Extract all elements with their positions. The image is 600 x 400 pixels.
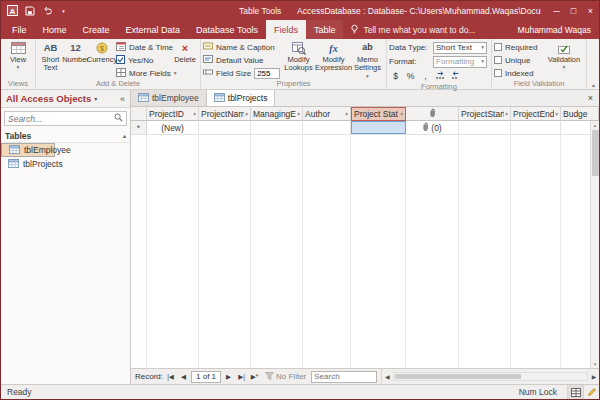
delete-button[interactable]: × Delete	[172, 40, 198, 64]
design-view-button[interactable]	[583, 385, 599, 399]
column-header-projectstatus-selected[interactable]: Project Stat▾	[351, 107, 406, 121]
column-header-projectname[interactable]: ProjectNam▾	[199, 107, 251, 121]
shutter-bar-icon[interactable]: «	[120, 94, 125, 104]
horizontal-scrollbar[interactable]: ◀ ▶	[381, 369, 599, 384]
view-button[interactable]: View ▾	[3, 40, 33, 70]
first-record-button[interactable]: |◀	[165, 373, 176, 381]
tab-external-data[interactable]: External Data	[118, 20, 189, 39]
unique-checkbox[interactable]: Unique	[494, 54, 544, 66]
cell-projectstatus-selected[interactable]	[351, 121, 406, 134]
cell-author[interactable]	[303, 121, 351, 134]
cell-projectname[interactable]	[199, 121, 251, 134]
currency-button[interactable]: $ Currency	[88, 40, 116, 64]
tables-section-header[interactable]: Tables ▴	[1, 129, 130, 143]
record-selector[interactable]: *	[131, 121, 147, 134]
qat-customize-icon[interactable]: ▾	[57, 4, 70, 17]
previous-record-button[interactable]: ◀	[178, 373, 189, 381]
access-app-icon[interactable]: A	[6, 4, 19, 17]
cell-projectend[interactable]	[511, 121, 561, 134]
horizontal-scroll-track[interactable]	[393, 372, 588, 381]
cell-projectid-new[interactable]: (New)	[147, 121, 199, 134]
pane-dropdown-icon[interactable]: ▾	[94, 95, 97, 102]
date-time-button[interactable]: Date & Time	[116, 41, 172, 53]
cell-managingeditor[interactable]	[251, 121, 303, 134]
data-type-select[interactable]: Short Text ▾	[433, 42, 487, 54]
filter-indicator[interactable]: No Filter	[262, 372, 309, 382]
dropdown-icon[interactable]: ▾	[297, 111, 300, 117]
tell-me-box[interactable]: Tell me what you want to do...	[343, 20, 482, 39]
column-header-projectstart[interactable]: ProjectStart▾	[459, 107, 511, 121]
undo-icon[interactable]	[40, 4, 53, 17]
next-record-button[interactable]: ▶	[223, 373, 234, 381]
apply-percent-format-button[interactable]: %	[404, 70, 417, 82]
new-record-button[interactable]: ▶*	[249, 373, 260, 381]
short-text-button[interactable]: AB Short Text	[38, 40, 63, 73]
column-header-projectid[interactable]: ProjectID▾	[147, 107, 199, 121]
dropdown-icon[interactable]: ▾	[245, 111, 248, 117]
indexed-checkbox[interactable]: Indexed	[494, 67, 544, 79]
modify-expression-button[interactable]: fx Modify Expression	[316, 40, 351, 73]
navigation-search-input[interactable]	[8, 114, 114, 124]
scroll-up-icon[interactable]: ▴	[594, 121, 597, 129]
tab-create[interactable]: Create	[75, 20, 118, 39]
more-fields-button[interactable]: More Fields ▾	[116, 67, 172, 79]
dropdown-icon[interactable]: ▾	[193, 111, 196, 117]
column-header-attachment[interactable]	[406, 107, 459, 121]
dropdown-icon[interactable]: ▾	[555, 111, 558, 117]
default-value-button[interactable]: Default Value	[203, 54, 281, 66]
doc-tab-tblemployee[interactable]: tblEmployee	[131, 90, 207, 106]
apply-currency-format-button[interactable]: $	[389, 70, 402, 82]
maximize-button[interactable]: □	[565, 1, 582, 20]
column-header-budget[interactable]: Budge	[561, 107, 599, 121]
tab-home[interactable]: Home	[35, 20, 75, 39]
scroll-left-icon[interactable]: ◀	[382, 373, 392, 380]
decrease-decimals-button[interactable]	[449, 70, 462, 82]
tab-fields[interactable]: Fields	[266, 20, 306, 39]
validation-button[interactable]: Validation ▾	[544, 40, 584, 70]
close-tab-icon[interactable]: ×	[582, 90, 599, 106]
apply-comma-format-button[interactable]: ,	[419, 70, 432, 82]
user-name[interactable]: Muhammad Waqas	[518, 20, 591, 39]
required-checkbox[interactable]: Required	[494, 41, 544, 53]
column-header-managingeditor[interactable]: ManagingEd▾	[251, 107, 303, 121]
vertical-scrollbar[interactable]: ▴ ▾	[590, 121, 599, 368]
doc-tab-tblprojects[interactable]: tblProjects	[207, 90, 276, 106]
collapse-ribbon-button[interactable]: ▴	[592, 81, 595, 88]
scroll-right-icon[interactable]: ▶	[589, 373, 599, 380]
titlebar: A ▾ Table Tools AccessDatabase : Databas…	[1, 1, 599, 20]
tab-table[interactable]: Table	[306, 20, 344, 39]
column-header-projectend[interactable]: ProjectEnd▾	[511, 107, 561, 121]
sidebar-item-tblprojects[interactable]: tblProjects	[1, 157, 130, 171]
record-search-box[interactable]	[311, 371, 377, 383]
record-search-input[interactable]	[314, 372, 374, 381]
minimize-button[interactable]: ─	[548, 1, 565, 20]
tab-database-tools[interactable]: Database Tools	[188, 20, 266, 39]
cell-projectstart[interactable]	[459, 121, 511, 134]
horizontal-scroll-thumb[interactable]	[395, 374, 520, 379]
sidebar-item-tblemployee[interactable]: tblEmployee	[1, 143, 55, 157]
tab-file[interactable]: File	[4, 20, 35, 39]
dropdown-icon[interactable]: ▾	[505, 111, 508, 117]
field-size-input[interactable]	[254, 68, 280, 79]
dropdown-icon[interactable]: ▾	[345, 111, 348, 117]
navigation-pane-header[interactable]: All Access Objects ▾ «	[1, 90, 130, 108]
scroll-down-icon[interactable]: ▾	[594, 360, 597, 368]
format-select[interactable]: Formatting ▾	[433, 56, 487, 68]
column-header-author[interactable]: Author▾	[303, 107, 351, 121]
dropdown-icon[interactable]: ▾	[400, 111, 403, 117]
cell-attachment[interactable]: (0)	[406, 121, 459, 134]
last-record-button[interactable]: ▶|	[236, 373, 247, 381]
vertical-scroll-thumb[interactable]	[592, 130, 599, 176]
name-caption-button[interactable]: Name & Caption	[203, 41, 281, 53]
select-all-corner[interactable]	[131, 107, 147, 121]
navigation-search-box[interactable]	[4, 111, 127, 126]
memo-settings-button[interactable]: ab Memo Settings ▾	[351, 40, 384, 79]
record-position-box[interactable]: 1 of 1	[191, 371, 221, 383]
datasheet-view-button[interactable]	[567, 385, 583, 399]
increase-decimals-button[interactable]	[434, 70, 447, 82]
save-icon[interactable]	[23, 4, 36, 17]
modify-lookups-button[interactable]: Modify Lookups	[281, 40, 316, 73]
number-button[interactable]: 12 Number	[63, 40, 88, 64]
close-button[interactable]: ×	[582, 1, 599, 20]
yes-no-button[interactable]: Yes/No	[116, 54, 172, 66]
